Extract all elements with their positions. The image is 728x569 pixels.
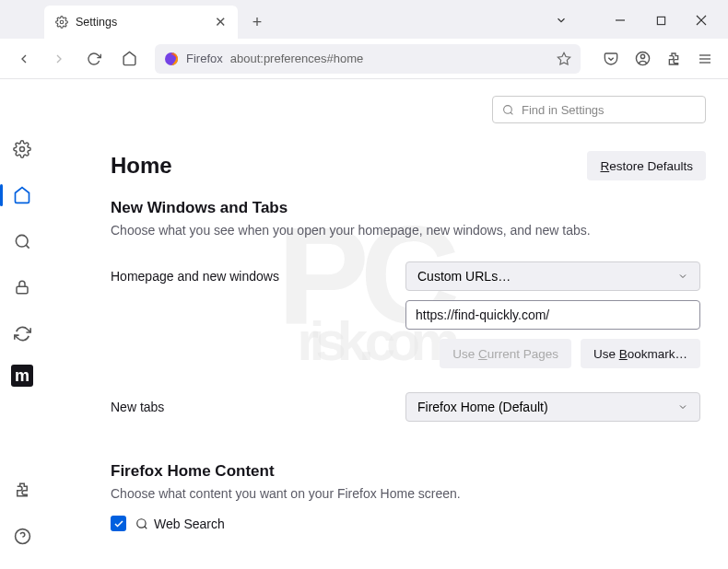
use-current-pages-button[interactable]: Use Current Pages bbox=[440, 339, 571, 368]
section-desc-fhc: Choose what content you want on your Fir… bbox=[111, 486, 706, 501]
sidebar-general-icon[interactable] bbox=[7, 134, 37, 164]
svg-rect-2 bbox=[657, 17, 664, 24]
section-desc-nwt: Choose what you see when you open your h… bbox=[111, 223, 706, 238]
sidebar-sync-icon[interactable] bbox=[7, 319, 37, 348]
search-icon bbox=[502, 104, 514, 116]
forward-button[interactable] bbox=[44, 44, 74, 74]
section-title-nwt: New Windows and Tabs bbox=[111, 199, 706, 217]
url-identity: Firefox bbox=[186, 52, 223, 65]
tabs-dropdown-button[interactable] bbox=[542, 6, 581, 35]
account-icon[interactable] bbox=[628, 45, 656, 73]
homepage-url-input[interactable] bbox=[405, 300, 700, 330]
svg-point-8 bbox=[640, 54, 644, 58]
sidebar-more-icon[interactable]: m bbox=[11, 365, 33, 387]
reload-button[interactable] bbox=[79, 44, 109, 74]
bookmark-star-icon[interactable] bbox=[557, 52, 571, 66]
web-search-label: Web Search bbox=[135, 517, 225, 531]
sidebar-privacy-icon[interactable] bbox=[7, 273, 37, 302]
tab-close-button[interactable]: ✕ bbox=[215, 14, 227, 30]
web-search-checkbox[interactable] bbox=[111, 516, 126, 531]
tab-title: Settings bbox=[76, 16, 117, 29]
sidebar-home-icon[interactable] bbox=[7, 180, 37, 210]
gear-icon bbox=[55, 16, 68, 29]
sidebar-search-icon[interactable] bbox=[7, 226, 37, 256]
firefox-logo-icon bbox=[164, 52, 179, 66]
svg-line-19 bbox=[511, 112, 512, 114]
svg-line-21 bbox=[145, 526, 147, 528]
svg-point-18 bbox=[504, 105, 512, 113]
back-button[interactable] bbox=[9, 44, 39, 74]
restore-defaults-button[interactable]: Restore Defaults bbox=[587, 151, 706, 180]
svg-point-13 bbox=[16, 235, 28, 247]
page-title: Home bbox=[111, 153, 172, 179]
search-icon bbox=[135, 517, 148, 530]
new-tab-button[interactable]: + bbox=[243, 8, 271, 36]
maximize-button[interactable] bbox=[641, 6, 680, 35]
svg-point-12 bbox=[20, 147, 25, 152]
navigation-toolbar: Firefox about:preferences#home bbox=[0, 39, 728, 79]
homepage-label: Homepage and new windows bbox=[111, 269, 405, 284]
settings-main: Find in Settings Home Restore Defaults N… bbox=[44, 79, 728, 569]
newtabs-select[interactable]: Firefox Home (Default) bbox=[405, 392, 700, 422]
homepage-select[interactable]: Custom URLs… bbox=[405, 261, 700, 291]
minimize-button[interactable] bbox=[601, 6, 640, 35]
svg-point-20 bbox=[137, 518, 146, 527]
svg-point-0 bbox=[60, 20, 64, 24]
settings-sidebar: m bbox=[0, 79, 44, 569]
section-title-fhc: Firefox Home Content bbox=[111, 462, 706, 481]
chevron-down-icon bbox=[677, 401, 688, 412]
extensions-icon[interactable] bbox=[660, 45, 687, 73]
browser-tab[interactable]: Settings ✕ bbox=[44, 6, 238, 39]
svg-marker-6 bbox=[558, 52, 569, 64]
sidebar-extensions-icon[interactable] bbox=[7, 475, 37, 505]
url-address: about:preferences#home bbox=[230, 52, 364, 65]
sidebar-help-icon[interactable] bbox=[7, 521, 37, 551]
chevron-down-icon bbox=[677, 271, 688, 282]
find-settings-input[interactable]: Find in Settings bbox=[492, 96, 706, 123]
newtabs-label: New tabs bbox=[111, 400, 405, 414]
url-bar[interactable]: Firefox about:preferences#home bbox=[155, 44, 581, 74]
home-button[interactable] bbox=[114, 44, 144, 74]
svg-line-14 bbox=[26, 245, 29, 248]
use-bookmark-button[interactable]: Use Bookmark… bbox=[581, 339, 700, 368]
search-placeholder: Find in Settings bbox=[522, 103, 605, 117]
tab-bar: Settings ✕ + bbox=[0, 0, 728, 39]
menu-icon[interactable] bbox=[691, 45, 719, 73]
pocket-icon[interactable] bbox=[597, 45, 625, 73]
svg-rect-15 bbox=[17, 286, 28, 294]
close-window-button[interactable] bbox=[682, 6, 721, 35]
